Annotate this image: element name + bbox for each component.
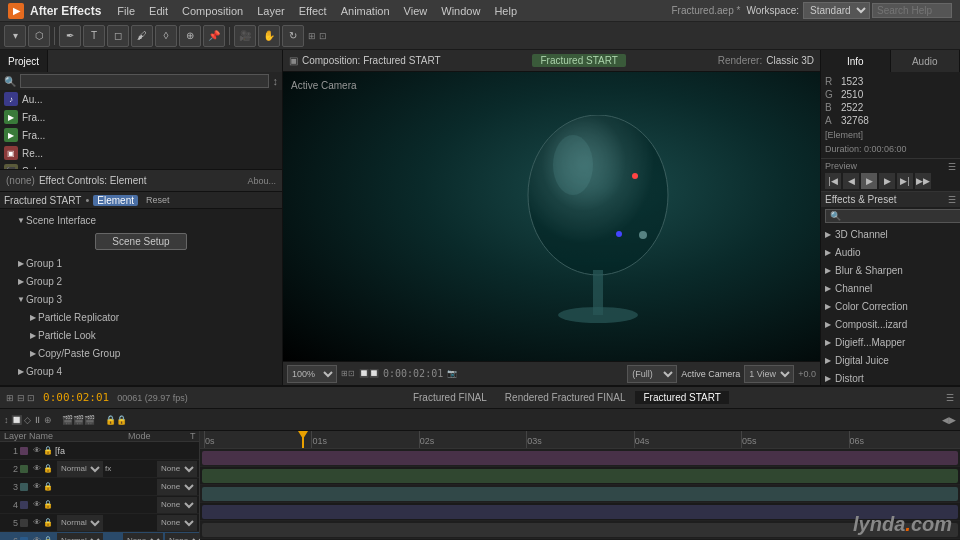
group5-tri[interactable]: ▶ [16, 384, 26, 385]
about-label[interactable]: Abou... [247, 176, 276, 186]
effects-search-input[interactable] [825, 209, 960, 223]
parent-sel-1[interactable]: None [157, 461, 197, 477]
tl-clip-0[interactable] [202, 451, 958, 465]
prev-play[interactable]: ▶ [861, 173, 877, 189]
trkmat-sel-5[interactable]: None [123, 533, 163, 541]
tool-pin[interactable]: 📌 [203, 25, 225, 47]
preview-options-icon[interactable]: ☰ [948, 162, 956, 172]
group3-row[interactable]: ▼ Group 3 [0, 290, 282, 308]
workspace-select[interactable]: Standard [803, 2, 870, 19]
prev-fwd[interactable]: ▶ [879, 173, 895, 189]
prev-ram[interactable]: ▶▶ [915, 173, 931, 189]
effect-cat-1[interactable]: ▶Audio [821, 243, 960, 261]
layer-eye-5[interactable]: 👁 [32, 536, 42, 541]
mode-sel-5[interactable]: Normal [57, 533, 103, 541]
tl-clip-1[interactable] [202, 469, 958, 483]
proj-item-5[interactable]: ⬛ Sol... [0, 162, 282, 169]
copy-paste-tri[interactable]: ▶ [28, 348, 38, 358]
group2-tri[interactable]: ▶ [16, 276, 26, 286]
layer-eye-2[interactable]: 👁 [32, 482, 42, 492]
group3-tri[interactable]: ▼ [16, 294, 26, 304]
mode-sel-4[interactable]: Normal [57, 515, 103, 531]
comp-tab[interactable]: Fractured START [532, 54, 625, 67]
tab-project[interactable]: Project [0, 50, 48, 72]
tool-pen[interactable]: ✒ [59, 25, 81, 47]
menu-help[interactable]: Help [488, 3, 523, 19]
copy-paste-row[interactable]: ▶ Copy/Paste Group [0, 344, 282, 362]
layer-row-0[interactable]: 1 👁 🔒 [fade out] [0, 442, 199, 460]
menu-animation[interactable]: Animation [335, 3, 396, 19]
menu-view[interactable]: View [398, 3, 434, 19]
project-search-input[interactable] [20, 74, 269, 88]
layer-row-2[interactable]: 3 👁 🔒 Light 1 None [0, 478, 199, 496]
proj-item-4[interactable]: ▣ Re... [0, 144, 282, 162]
layer-eye-0[interactable]: 👁 [32, 446, 42, 456]
tool-brush[interactable]: 🖌 [131, 25, 153, 47]
mode-sel-1[interactable]: Normal [57, 461, 103, 477]
tool-select2[interactable]: ⬡ [28, 25, 50, 47]
parent-sel-4[interactable]: None [157, 515, 197, 531]
group2-row[interactable]: ▶ Group 2 [0, 272, 282, 290]
menu-layer[interactable]: Layer [251, 3, 291, 19]
search-input[interactable] [872, 3, 952, 18]
particle-look-row[interactable]: ▶ Particle Look [0, 326, 282, 344]
effect-cat-5[interactable]: ▶Composit...izard [821, 315, 960, 333]
tl-clip-4[interactable] [202, 523, 958, 537]
group4-row[interactable]: ▶ Group 4 [0, 362, 282, 380]
group1-row[interactable]: ▶ Group 1 [0, 254, 282, 272]
layer-lock-5[interactable]: 🔒 [43, 536, 53, 541]
tl-clip-2[interactable] [202, 487, 958, 501]
prev-back[interactable]: ◀ [843, 173, 859, 189]
tool-select[interactable]: ▾ [4, 25, 26, 47]
layer-eye-4[interactable]: 👁 [32, 518, 42, 528]
layer-row-3[interactable]: 4 👁 🔒 Camera 2 None [0, 496, 199, 514]
scene-tri[interactable]: ▼ [16, 215, 26, 225]
tool-camera[interactable]: 🎥 [234, 25, 256, 47]
tool-orbit[interactable]: ↻ [282, 25, 304, 47]
effect-cat-2[interactable]: ▶Blur & Sharpen [821, 261, 960, 279]
group5-row[interactable]: ▶ Group 5 [0, 380, 282, 385]
particle-replicator-row[interactable]: ▶ Particle Replicator [0, 308, 282, 326]
parent-sel-2[interactable]: None [157, 479, 197, 495]
menu-file[interactable]: File [111, 3, 141, 19]
view-select[interactable]: 1 View [744, 365, 794, 383]
proj-item-3[interactable]: ▶ Fra... [0, 126, 282, 144]
layer-lock-0[interactable]: 🔒 [43, 446, 53, 456]
effect-cat-8[interactable]: ▶Distort [821, 369, 960, 385]
effects-options[interactable]: ☰ [948, 195, 956, 205]
tl-clip-3[interactable] [202, 505, 958, 519]
effect-cat-3[interactable]: ▶Channel [821, 279, 960, 297]
layer-eye-3[interactable]: 👁 [32, 500, 42, 510]
prev-first[interactable]: |◀ [825, 173, 841, 189]
tab-info[interactable]: Info [821, 50, 891, 72]
resolution-select[interactable]: (Full) [627, 365, 677, 383]
tl-options[interactable]: ☰ [946, 393, 954, 403]
scene-setup-button[interactable]: Scene Setup [95, 233, 186, 250]
parent-sel-5[interactable]: None [165, 533, 205, 541]
menu-window[interactable]: Window [435, 3, 486, 19]
effect-cat-0[interactable]: ▶3D Channel [821, 225, 960, 243]
tl-tab-2[interactable]: Fractured START [635, 391, 728, 404]
playhead[interactable] [302, 431, 304, 448]
menu-effect[interactable]: Effect [293, 3, 333, 19]
tool-text[interactable]: T [83, 25, 105, 47]
group1-tri[interactable]: ▶ [16, 258, 26, 268]
layer-lock-1[interactable]: 🔒 [43, 464, 53, 474]
effect-cat-6[interactable]: ▶Digieff...Mapper [821, 333, 960, 351]
parent-sel-3[interactable]: None [157, 497, 197, 513]
layer-eye-1[interactable]: 👁 [32, 464, 42, 474]
tool-rubber[interactable]: ◊ [155, 25, 177, 47]
layer-row-1[interactable]: 2 👁 🔒 [Adjustment Layer 1] Normal fx Non… [0, 460, 199, 478]
proj-item-2[interactable]: ▶ Fra... [0, 108, 282, 126]
menu-edit[interactable]: Edit [143, 3, 174, 19]
tl-tab-0[interactable]: Fractured FINAL [405, 391, 495, 404]
effect-cat-4[interactable]: ▶Color Correction [821, 297, 960, 315]
reset-btn[interactable]: Reset [146, 195, 170, 205]
layer-lock-3[interactable]: 🔒 [43, 500, 53, 510]
part-rep-tri[interactable]: ▶ [28, 312, 38, 322]
group4-tri[interactable]: ▶ [16, 366, 26, 376]
prev-last[interactable]: ▶| [897, 173, 913, 189]
tab-audio[interactable]: Audio [891, 50, 961, 72]
layer-lock-4[interactable]: 🔒 [43, 518, 53, 528]
proj-item-1[interactable]: ♪ Au... [0, 90, 282, 108]
